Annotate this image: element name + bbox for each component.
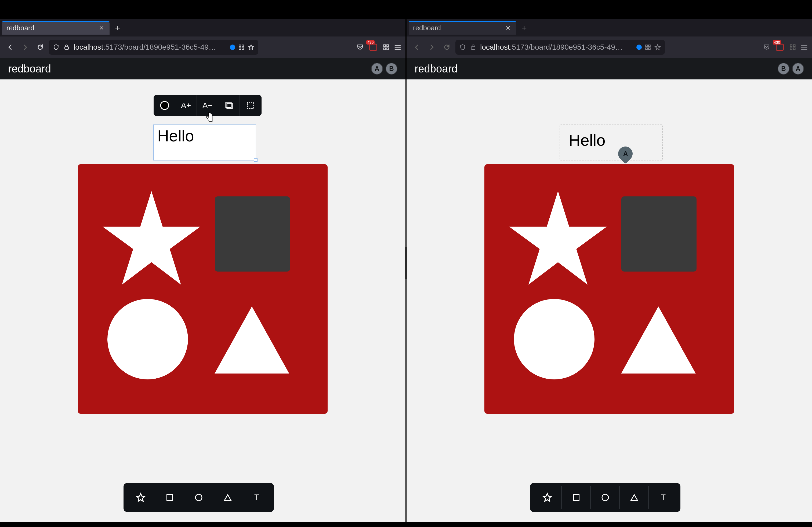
grid-icon[interactable]: [644, 44, 651, 51]
tool-triangle-button[interactable]: [620, 486, 649, 509]
grid-icon[interactable]: [238, 44, 245, 51]
reload-button[interactable]: [34, 41, 47, 54]
browser-tab[interactable]: redboard: [409, 21, 516, 35]
presence-avatars: A B: [371, 63, 397, 75]
circle-shape[interactable]: [107, 299, 188, 379]
text-value: Hello: [157, 127, 194, 145]
circle-shape[interactable]: [514, 299, 595, 379]
svg-rect-13: [247, 102, 254, 109]
svg-rect-20: [649, 48, 650, 50]
svg-rect-4: [242, 48, 244, 50]
triangle-shape[interactable]: [621, 306, 696, 374]
tool-star-button[interactable]: [126, 486, 155, 509]
svg-rect-9: [387, 48, 389, 50]
reload-button[interactable]: [440, 41, 453, 54]
dashed-select-button[interactable]: [240, 95, 261, 116]
text-element[interactable]: Hello: [153, 124, 256, 161]
shield-icon: [53, 44, 60, 51]
url-bar: localhost:5173/board/1890e951-36c5-49… 4…: [0, 36, 405, 58]
avatar[interactable]: A: [371, 63, 383, 75]
app-header: redboard B A: [407, 58, 812, 79]
svg-point-10: [161, 102, 169, 109]
avatar[interactable]: B: [778, 63, 789, 75]
star-shape[interactable]: [507, 191, 609, 288]
app-title: redboard: [8, 63, 51, 75]
tool-square-button[interactable]: [562, 486, 591, 509]
font-increase-button[interactable]: A+: [175, 95, 197, 116]
badge-count: 430: [773, 40, 781, 45]
tool-text-button[interactable]: [649, 486, 678, 509]
tool-text-button[interactable]: [242, 486, 271, 509]
forward-button[interactable]: [19, 41, 32, 54]
close-tab-icon[interactable]: [98, 24, 105, 32]
hamburger-menu-icon[interactable]: [800, 43, 808, 51]
resize-handle[interactable]: [254, 158, 258, 162]
svg-rect-17: [646, 45, 648, 47]
square-shape[interactable]: [215, 196, 290, 272]
svg-rect-23: [793, 45, 795, 47]
triangle-shape[interactable]: [214, 306, 289, 374]
svg-rect-6: [384, 45, 386, 47]
hamburger-menu-icon[interactable]: [394, 43, 402, 51]
back-button[interactable]: [4, 41, 17, 54]
browser-window-left: redboard +: [0, 0, 405, 527]
svg-rect-2: [242, 45, 244, 47]
extensions-icon[interactable]: [789, 44, 796, 51]
text-element[interactable]: Hello: [565, 129, 609, 151]
svg-point-15: [195, 494, 202, 501]
new-tab-button[interactable]: +: [113, 23, 122, 33]
url-bar: localhost:5173/board/1890e951-36c5-49… 4…: [407, 36, 812, 58]
app-title: redboard: [415, 63, 458, 75]
new-tab-button[interactable]: +: [519, 23, 529, 33]
svg-rect-25: [793, 48, 795, 50]
outline-button[interactable]: [218, 95, 240, 116]
extension-badge-icon[interactable]: 430: [774, 42, 785, 52]
extension-badge-icon[interactable]: 430: [368, 42, 379, 52]
tool-star-button[interactable]: [533, 486, 562, 509]
browser-tab[interactable]: redboard: [2, 21, 110, 35]
tab-title: redboard: [6, 24, 34, 32]
close-tab-icon[interactable]: [504, 24, 512, 32]
star-shape[interactable]: [100, 191, 202, 288]
tool-triangle-button[interactable]: [213, 486, 242, 509]
address-field[interactable]: localhost:5173/board/1890e951-36c5-49…: [455, 40, 665, 55]
app-header: redboard A B: [0, 58, 405, 79]
forward-button[interactable]: [425, 41, 438, 54]
avatar[interactable]: B: [386, 63, 397, 75]
context-toolbar: A+ A−: [154, 95, 262, 116]
shield-icon: [459, 44, 466, 51]
canvas[interactable]: A+ A− Hello: [0, 79, 405, 522]
font-decrease-button[interactable]: A−: [197, 95, 218, 116]
svg-rect-24: [790, 48, 792, 50]
address-field[interactable]: localhost:5173/board/1890e951-36c5-49…: [49, 40, 258, 55]
color-swatch-button[interactable]: [154, 95, 175, 116]
pocket-icon[interactable]: [763, 43, 771, 51]
pocket-icon[interactable]: [356, 43, 364, 51]
tab-title: redboard: [413, 24, 441, 32]
svg-rect-5: [370, 44, 377, 50]
page-action-dot-icon[interactable]: [636, 45, 642, 50]
svg-rect-0: [65, 47, 69, 49]
canvas[interactable]: Hello A: [407, 79, 812, 522]
svg-rect-7: [387, 45, 389, 47]
extensions-icon[interactable]: [382, 44, 390, 51]
bookmark-star-icon[interactable]: [654, 44, 661, 51]
window-controls-area: [0, 0, 405, 19]
svg-rect-8: [384, 48, 386, 50]
bookmark-star-icon[interactable]: [248, 44, 255, 51]
badge-count: 430: [366, 40, 375, 45]
avatar[interactable]: A: [792, 63, 804, 75]
page-action-dot-icon[interactable]: [230, 45, 235, 50]
lock-icon: [63, 44, 70, 50]
square-shape[interactable]: [621, 196, 697, 272]
svg-rect-26: [573, 495, 579, 500]
tool-square-button[interactable]: [155, 486, 184, 509]
divider-handle[interactable]: [405, 247, 407, 279]
tool-circle-button[interactable]: [184, 486, 213, 509]
tool-circle-button[interactable]: [591, 486, 620, 509]
svg-rect-22: [790, 45, 792, 47]
svg-rect-1: [239, 45, 241, 47]
svg-rect-18: [649, 45, 650, 47]
svg-point-27: [602, 494, 608, 501]
back-button[interactable]: [410, 41, 423, 54]
